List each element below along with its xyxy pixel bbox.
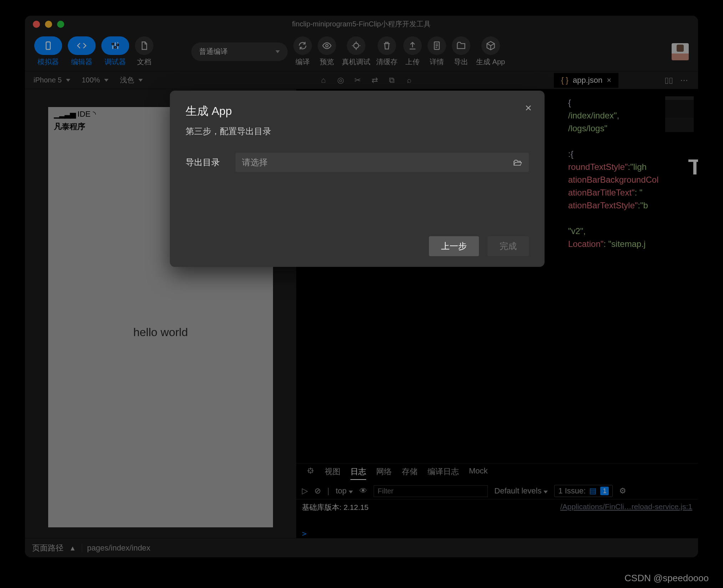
export-dir-input[interactable] <box>242 157 513 167</box>
folder-open-icon[interactable]: 🗁 <box>513 157 522 168</box>
generate-app-modal: × 生成 App 第三步，配置导出目录 导出目录 🗁 上一步 完成 <box>170 91 545 267</box>
export-dir-label: 导出目录 <box>186 157 225 168</box>
app-window: finclip-miniprogram5-FinClip小程序开发工具 模拟器 … <box>25 16 698 557</box>
modal-close-button[interactable]: × <box>525 101 532 115</box>
export-dir-row: 导出目录 🗁 <box>186 153 529 172</box>
modal-buttons: 上一步 完成 <box>186 236 529 256</box>
finish-button[interactable]: 完成 <box>487 236 529 256</box>
watermark: CSDN @speedoooo <box>625 573 709 584</box>
modal-subtitle: 第三步，配置导出目录 <box>186 126 529 137</box>
modal-title: 生成 App <box>186 103 529 119</box>
previous-button[interactable]: 上一步 <box>429 236 479 256</box>
export-dir-field[interactable]: 🗁 <box>236 153 529 172</box>
